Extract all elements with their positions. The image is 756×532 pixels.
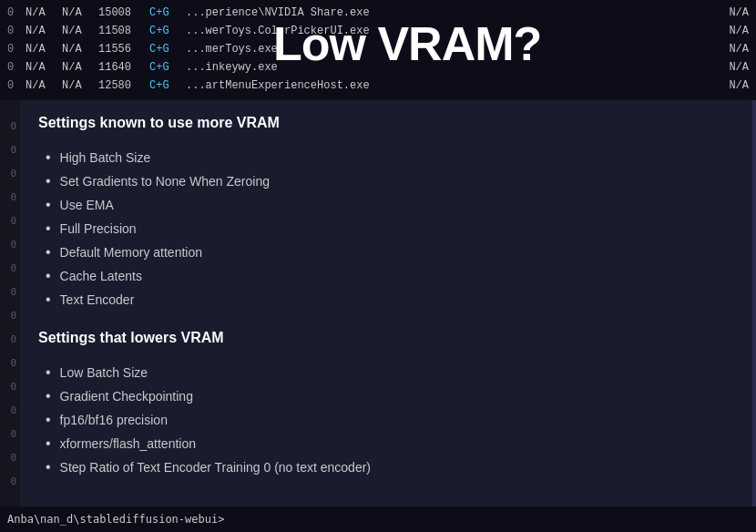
list-item-label: Gradient Checkpointing [60, 384, 193, 408]
line-num: 0 [0, 446, 20, 470]
list-item-label: High Batch Size [60, 146, 151, 169]
list-item: • Use EMA [46, 193, 738, 217]
row-col3: 11640 [98, 58, 146, 77]
line-num: 0 [0, 186, 20, 210]
row-col1: N/A [26, 58, 58, 77]
row-col6: N/A [721, 58, 749, 77]
line-num: 0 [0, 304, 20, 328]
row-col3: 11508 [98, 22, 146, 40]
section1-list: • High Batch Size • Set Gradients to Non… [38, 146, 738, 312]
row-col0: 0 [7, 22, 22, 40]
bullet-icon: • [46, 432, 51, 455]
list-item-label: Cache Latents [60, 264, 142, 288]
line-num: 0 [0, 210, 20, 233]
row-col2: N/A [62, 58, 95, 77]
list-item: • Cache Latents [46, 264, 738, 288]
list-item: • Default Memory attention [46, 240, 738, 264]
list-item: • xformers/flash_attention [46, 432, 738, 455]
list-item-label: Default Memory attention [60, 240, 202, 264]
line-numbers: 0 0 0 0 0 0 0 0 0 0 0 0 0 0 0 0 [0, 100, 20, 506]
bullet-icon: • [46, 455, 51, 479]
bottom-bar: Anba\nan_d\stablediffusion-webui> [0, 506, 756, 532]
row-col5: ...artMenuExperienceHost.exe [186, 77, 718, 95]
list-item: • Step Ratio of Text Encoder Training 0 … [46, 455, 738, 479]
row-col4: C+G [149, 22, 182, 40]
row-col3: 12580 [98, 77, 146, 95]
list-item-label: Step Ratio of Text Encoder Training 0 (n… [60, 455, 371, 479]
line-num: 0 [0, 233, 20, 257]
bottom-text: Anba\nan_d\stablediffusion-webui> [7, 513, 224, 526]
list-item-label: Text Encoder [60, 288, 135, 312]
row-col2: N/A [62, 22, 95, 40]
list-item-label: xformers/flash_attention [60, 432, 196, 455]
bullet-icon: • [46, 288, 51, 312]
line-num: 0 [0, 375, 20, 399]
section2-list: • Low Batch Size • Gradient Checkpointin… [38, 361, 738, 479]
title-main: Low VRAM [273, 17, 514, 70]
bullet-icon: • [46, 408, 51, 432]
section-lower-vram: Settings that lowers VRAM • Low Batch Si… [38, 330, 738, 479]
line-num: 0 [0, 115, 20, 138]
line-num: 0 [0, 138, 20, 162]
row-col3: 11556 [98, 40, 146, 58]
row-col6: N/A [721, 22, 749, 40]
section1-heading: Settings known to use more VRAM [38, 115, 738, 135]
row-col4: C+G [149, 77, 182, 95]
row-col0: 0 [7, 40, 22, 58]
bullet-icon: • [46, 146, 51, 169]
line-num: 0 [0, 352, 20, 375]
list-item-label: Set Gradients to None When Zeroing [60, 169, 270, 193]
row-col1: N/A [26, 40, 58, 58]
list-item-label: Use EMA [60, 193, 114, 217]
row-col6: N/A [721, 77, 749, 95]
bullet-icon: • [46, 193, 51, 217]
line-num: 0 [0, 470, 20, 494]
list-item: • fp16/bf16 precision [46, 408, 738, 432]
table-row: 0 N/A N/A 12580 C+G ...artMenuExperience… [7, 77, 749, 95]
top-bar: 0 N/A N/A 15008 C+G ...perience\NVIDIA S… [0, 0, 756, 100]
right-divider [752, 100, 756, 506]
row-col3: 15008 [98, 4, 146, 22]
main-content: Settings known to use more VRAM • High B… [20, 100, 756, 506]
row-col4: C+G [149, 58, 182, 77]
section-more-vram: Settings known to use more VRAM • High B… [38, 115, 738, 312]
bullet-icon: • [46, 264, 51, 288]
line-num: 0 [0, 162, 20, 186]
list-item: • Gradient Checkpointing [46, 384, 738, 408]
row-col1: N/A [26, 4, 58, 22]
list-item: • Set Gradients to None When Zeroing [46, 169, 738, 193]
line-num: 0 [0, 281, 20, 304]
list-item: • Full Precision [46, 217, 738, 240]
row-col4: C+G [149, 4, 182, 22]
bullet-icon: • [46, 240, 51, 264]
bullet-icon: • [46, 217, 51, 240]
list-item: • Text Encoder [46, 288, 738, 312]
line-num: 0 [0, 423, 20, 446]
row-col2: N/A [62, 77, 95, 95]
list-item: • Low Batch Size [46, 361, 738, 384]
row-col4: C+G [149, 40, 182, 58]
row-col6: N/A [721, 4, 749, 22]
row-col1: N/A [26, 22, 58, 40]
list-item: • High Batch Size [46, 146, 738, 169]
title-question: ? [514, 17, 542, 70]
list-item-label: Full Precision [60, 217, 137, 240]
row-col2: N/A [62, 4, 95, 22]
row-col0: 0 [7, 77, 22, 95]
line-num: 0 [0, 399, 20, 423]
bullet-icon: • [46, 169, 51, 193]
line-num: 0 [0, 257, 20, 281]
bullet-icon: • [46, 384, 51, 408]
list-item-label: fp16/bf16 precision [60, 408, 168, 432]
row-col2: N/A [62, 40, 95, 58]
page-title: Low VRAM? [273, 16, 541, 71]
row-col6: N/A [721, 40, 749, 58]
row-col1: N/A [26, 77, 58, 95]
section2-heading: Settings that lowers VRAM [38, 330, 738, 350]
list-item-label: Low Batch Size [60, 361, 148, 384]
row-col0: 0 [7, 58, 22, 77]
row-col0: 0 [7, 4, 22, 22]
bullet-icon: • [46, 361, 51, 384]
line-num: 0 [0, 328, 20, 352]
